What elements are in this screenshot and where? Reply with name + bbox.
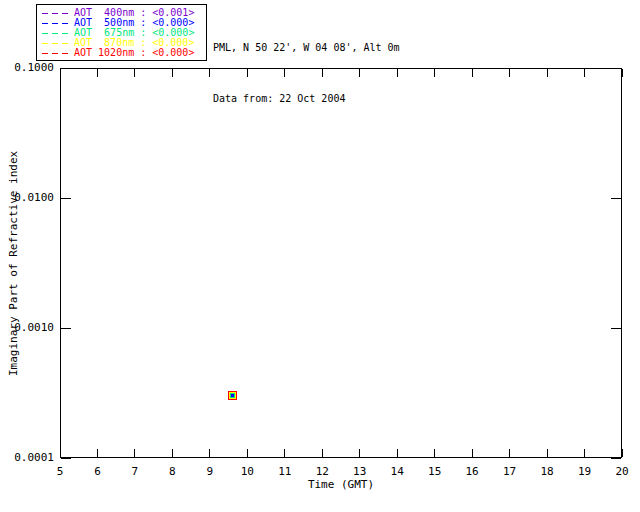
x-axis-tick: [134, 449, 135, 457]
x-axis-tick-label: 14: [384, 466, 410, 478]
legend-dashed-line-icon: [42, 13, 69, 14]
x-axis-tick: [547, 449, 548, 457]
x-axis-tick: [284, 449, 285, 457]
x-axis-tick-top: [622, 69, 623, 77]
x-axis-tick: [434, 449, 435, 457]
x-axis-tick: [472, 449, 473, 457]
legend-row: AOT 1020nm : <0.000>: [42, 48, 206, 58]
plot-canvas: AOT 400nm : <0.001>AOT 500nm : <0.000>AO…: [0, 0, 640, 512]
legend-label: AOT 1020nm : <0.000>: [74, 48, 194, 58]
x-axis-tick: [97, 449, 98, 457]
y-axis-tick: [61, 68, 71, 69]
legend-box: AOT 400nm : <0.001>AOT 500nm : <0.000>AO…: [36, 4, 207, 61]
x-axis-tick-label: 16: [459, 466, 485, 478]
x-axis-tick-label: 10: [234, 466, 260, 478]
x-axis-tick-top: [434, 69, 435, 77]
y-axis-tick-right: [611, 68, 621, 69]
x-axis-tick-top: [547, 69, 548, 77]
y-axis-tick-right: [611, 198, 621, 199]
x-axis-tick-top: [209, 69, 210, 77]
x-axis-tick: [247, 449, 248, 457]
x-axis-tick: [209, 449, 210, 457]
x-axis-tick-top: [247, 69, 248, 77]
x-axis-tick-top: [359, 69, 360, 77]
x-axis-tick-top: [60, 69, 61, 77]
y-axis-tick: [61, 198, 71, 199]
x-axis-tick: [60, 449, 61, 457]
x-axis-tick: [584, 449, 585, 457]
legend-dashed-line-icon: [42, 33, 69, 34]
y-axis-tick-right: [611, 458, 621, 459]
site-location-text: PML, N 50 22', W 04 08', Alt 0m: [213, 39, 400, 56]
x-axis-tick-label: 9: [197, 466, 223, 478]
x-axis-tick-top: [134, 69, 135, 77]
plot-frame: [60, 68, 622, 458]
legend-dashed-line-icon: [42, 43, 69, 44]
x-axis-tick-label: 12: [309, 466, 335, 478]
x-axis-tick-label: 13: [347, 466, 373, 478]
x-axis-tick-top: [509, 69, 510, 77]
x-axis-tick-label: 11: [272, 466, 298, 478]
x-axis-tick: [509, 449, 510, 457]
x-axis-tick-label: 5: [47, 466, 73, 478]
x-axis-tick-label: 15: [422, 466, 448, 478]
x-axis-tick-top: [172, 69, 173, 77]
x-axis-tick: [397, 449, 398, 457]
x-axis-tick-label: 17: [497, 466, 523, 478]
x-axis-tick-top: [397, 69, 398, 77]
legend-dashed-line-icon: [42, 23, 69, 24]
legend-dashed-line-icon: [42, 53, 69, 54]
x-axis-tick-top: [472, 69, 473, 77]
y-axis-title: Imaginary Part of Refractive index: [6, 68, 20, 458]
y-axis-tick: [61, 328, 71, 329]
x-axis-tick-top: [284, 69, 285, 77]
x-axis-tick-label: 8: [159, 466, 185, 478]
x-axis-tick-label: 19: [572, 466, 598, 478]
x-axis-tick: [622, 449, 623, 457]
x-axis-tick-top: [97, 69, 98, 77]
x-axis-title: Time (GMT): [60, 478, 622, 491]
data-point-marker: [232, 395, 233, 396]
x-axis-tick-label: 6: [84, 466, 110, 478]
x-axis-tick-label: 20: [609, 466, 635, 478]
x-axis-tick-top: [322, 69, 323, 77]
y-axis-tick: [61, 458, 71, 459]
x-axis-tick: [172, 449, 173, 457]
x-axis-tick: [322, 449, 323, 457]
x-axis-tick-label: 7: [122, 466, 148, 478]
x-axis-tick-top: [584, 69, 585, 77]
y-axis-tick-right: [611, 328, 621, 329]
x-axis-tick: [359, 449, 360, 457]
x-axis-tick-label: 18: [534, 466, 560, 478]
